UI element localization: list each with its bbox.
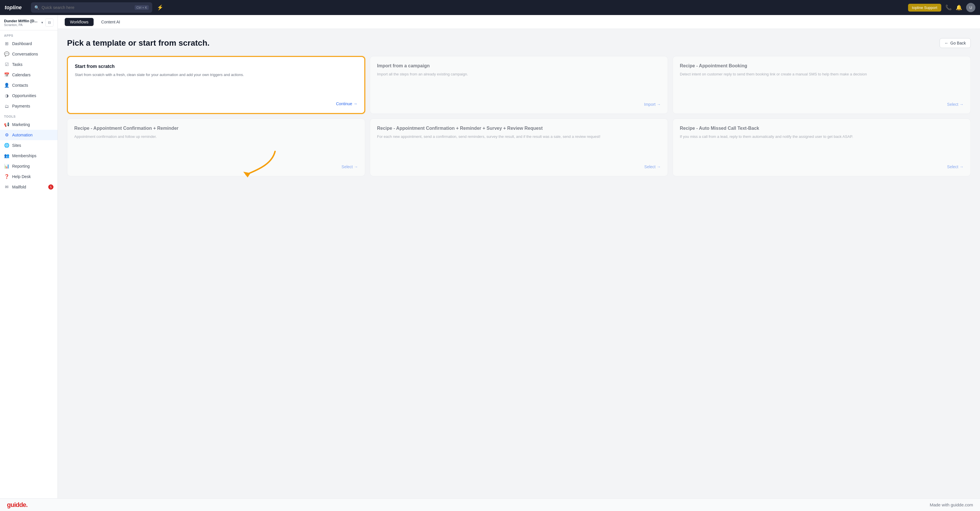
template-card-missed-call[interactable]: Recipe - Auto Missed Call Text-Back If y… bbox=[673, 118, 971, 176]
template-description: Start from scratch with a fresh, clean s… bbox=[75, 72, 357, 96]
sidebar-item-label: Dashboard bbox=[12, 41, 32, 46]
sidebar-item-sites[interactable]: 🌐 Sites bbox=[0, 140, 57, 151]
bolt-icon[interactable]: ⚡ bbox=[157, 4, 163, 11]
sidebar-workspace-header[interactable]: Dunder Mifflin [D... Scranton, PA ▾ ⊟ bbox=[0, 15, 57, 30]
sidebar-item-label: Calendars bbox=[12, 73, 30, 77]
sidebar-item-reporting[interactable]: 📊 Reporting bbox=[0, 161, 57, 171]
template-card-action: Continue → bbox=[75, 102, 357, 106]
import-label: Import bbox=[644, 102, 655, 107]
sidebar-item-opportunities[interactable]: ◑ Opportunities bbox=[0, 91, 57, 101]
continue-arrow-icon: → bbox=[353, 102, 357, 106]
calendars-icon: 📅 bbox=[4, 72, 9, 78]
template-import-button[interactable]: Import → bbox=[644, 102, 661, 107]
sidebar-item-contacts[interactable]: 👤 Contacts bbox=[0, 80, 57, 91]
select-arrow-icon: → bbox=[354, 164, 358, 169]
template-card-appt-survey[interactable]: Recipe - Appointment Confirmation + Remi… bbox=[370, 118, 668, 176]
helpdesk-icon: ❓ bbox=[4, 174, 9, 179]
continue-label: Continue bbox=[336, 102, 352, 106]
template-description: Detect intent on customer reply to send … bbox=[680, 72, 964, 96]
sidebar: Dunder Mifflin [D... Scranton, PA ▾ ⊟ Ap… bbox=[0, 15, 58, 498]
template-title: Recipe - Appointment Booking bbox=[680, 63, 964, 68]
sidebar-item-dashboard[interactable]: ⊞ Dashboard bbox=[0, 38, 57, 49]
sidebar-item-tasks[interactable]: ☑ Tasks bbox=[0, 59, 57, 70]
contacts-icon: 👤 bbox=[4, 83, 9, 88]
template-title: Recipe - Auto Missed Call Text-Back bbox=[680, 126, 964, 131]
template-card-action: Select → bbox=[74, 164, 358, 169]
sidebar-item-label: Automation bbox=[12, 133, 33, 137]
page-header: Pick a template or start from scratch. ←… bbox=[67, 38, 971, 48]
template-continue-button[interactable]: Continue → bbox=[336, 102, 357, 106]
sidebar-item-helpdesk[interactable]: ❓ Help Desk bbox=[0, 171, 57, 182]
app-logo: topline bbox=[5, 5, 22, 11]
template-card-action: Select → bbox=[680, 164, 964, 169]
template-title: Start from scratch bbox=[75, 64, 357, 69]
template-select-button[interactable]: Select → bbox=[947, 102, 964, 107]
search-icon: 🔍 bbox=[34, 5, 39, 10]
conversations-icon: 💬 bbox=[4, 51, 9, 57]
workspace-location: Scranton, PA bbox=[4, 23, 38, 27]
template-card-campaign[interactable]: Import from a campaign Import all the st… bbox=[370, 56, 668, 114]
search-shortcut: Ctrl + K bbox=[135, 5, 149, 10]
dashboard-icon: ⊞ bbox=[4, 41, 9, 46]
back-arrow-icon: ← bbox=[945, 41, 948, 45]
search-bar[interactable]: 🔍 Ctrl + K bbox=[31, 2, 152, 13]
template-card-action: Import → bbox=[377, 102, 661, 107]
phone-icon[interactable]: 📞 bbox=[945, 4, 952, 11]
nav-right-actions: topline Support 📞 🔔 U bbox=[908, 3, 975, 12]
main-content-area: Workflows Content AI Pick a template or … bbox=[58, 15, 980, 498]
sites-icon: 🌐 bbox=[4, 143, 9, 148]
memberships-icon: 👥 bbox=[4, 153, 9, 158]
sidebar-item-memberships[interactable]: 👥 Memberships bbox=[0, 151, 57, 161]
sidebar-item-label: Conversations bbox=[12, 52, 38, 56]
reporting-icon: 📊 bbox=[4, 164, 9, 169]
guidde-logo: guidde. bbox=[7, 501, 27, 509]
sidebar-item-label: Mailfold bbox=[12, 185, 26, 189]
main-body: Pick a template or start from scratch. ←… bbox=[58, 29, 980, 498]
mailfold-badge: 5 bbox=[48, 185, 53, 189]
workspace-name: Dunder Mifflin [D... bbox=[4, 19, 38, 23]
tasks-icon: ☑ bbox=[4, 62, 9, 67]
sidebar-item-automation[interactable]: ⚙ Automation bbox=[0, 130, 57, 140]
template-description: If you miss a call from a lead, reply to… bbox=[680, 134, 964, 159]
tab-workflows[interactable]: Workflows bbox=[65, 18, 94, 26]
sidebar-item-label: Contacts bbox=[12, 83, 28, 88]
sidebar-collapse-button[interactable]: ⊟ bbox=[45, 19, 53, 27]
template-card-appt-confirmation[interactable]: Recipe - Appointment Confirmation + Remi… bbox=[67, 118, 365, 176]
workspace-chevron-icon: ▾ bbox=[41, 21, 43, 25]
template-description: Appointment confirmation and follow up r… bbox=[74, 134, 358, 159]
select-label: Select bbox=[342, 164, 353, 169]
sidebar-item-label: Sites bbox=[12, 143, 21, 148]
template-select-button[interactable]: Select → bbox=[644, 164, 661, 169]
marketing-icon: 📢 bbox=[4, 122, 9, 127]
sidebar-item-calendars[interactable]: 📅 Calendars bbox=[0, 70, 57, 80]
guidde-footer: guidde. Made with guidde.com bbox=[0, 498, 980, 511]
sidebar-item-mailfold[interactable]: ✉ Mailfold 5 bbox=[0, 182, 57, 192]
page-title: Pick a template or start from scratch. bbox=[67, 38, 210, 48]
go-back-button[interactable]: ← Go Back bbox=[940, 38, 971, 48]
template-card-appointment-booking[interactable]: Recipe - Appointment Booking Detect inte… bbox=[673, 56, 971, 114]
template-title: Recipe - Appointment Confirmation + Remi… bbox=[74, 126, 358, 131]
template-title: Import from a campaign bbox=[377, 63, 661, 68]
bell-icon[interactable]: 🔔 bbox=[956, 4, 962, 11]
support-button[interactable]: topline Support bbox=[908, 4, 941, 11]
select-label: Select bbox=[947, 164, 958, 169]
tab-content-ai[interactable]: Content AI bbox=[96, 18, 125, 26]
template-select-button[interactable]: Select → bbox=[947, 164, 964, 169]
user-avatar[interactable]: U bbox=[966, 3, 975, 12]
template-card-scratch[interactable]: Start from scratch Start from scratch wi… bbox=[67, 56, 365, 114]
sidebar-item-conversations[interactable]: 💬 Conversations bbox=[0, 49, 57, 59]
guidde-tagline: Made with guidde.com bbox=[930, 502, 973, 507]
template-select-button[interactable]: Select → bbox=[342, 164, 358, 169]
automation-icon: ⚙ bbox=[4, 132, 9, 138]
mailfold-icon: ✉ bbox=[4, 185, 9, 189]
sidebar-item-marketing[interactable]: 📢 Marketing bbox=[0, 119, 57, 130]
search-input[interactable] bbox=[41, 5, 132, 10]
template-card-action: Select → bbox=[377, 164, 661, 169]
template-description: For each new appointment, send a confirm… bbox=[377, 134, 661, 159]
select-label: Select bbox=[947, 102, 958, 107]
payments-icon: 🗂 bbox=[4, 103, 9, 109]
sidebar-item-label: Opportunities bbox=[12, 93, 36, 98]
sidebar-item-payments[interactable]: 🗂 Payments bbox=[0, 101, 57, 111]
import-arrow-icon: → bbox=[657, 102, 661, 107]
sidebar-item-label: Payments bbox=[12, 104, 30, 108]
